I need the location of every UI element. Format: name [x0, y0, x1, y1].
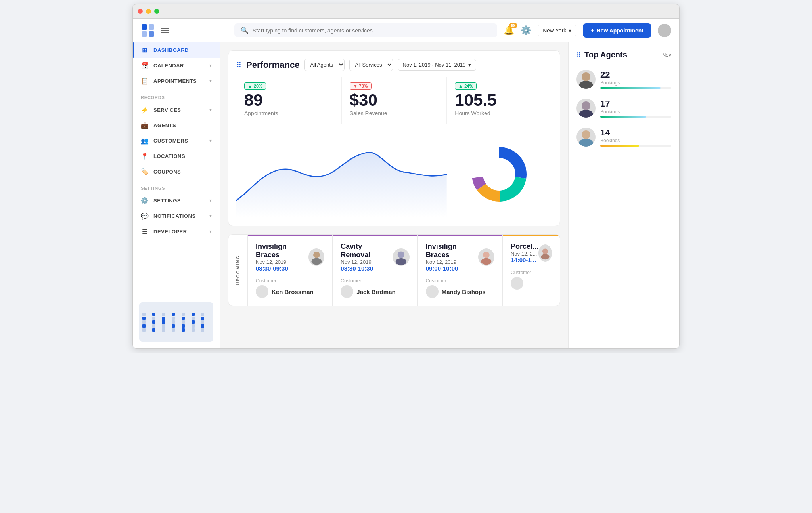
search-icon: 🔍: [241, 27, 249, 34]
agent-bar-container-1: [600, 87, 671, 89]
appt-border-3: [418, 235, 502, 236]
settings-icon: ⚙️: [141, 197, 149, 204]
svg-point-11: [397, 251, 404, 258]
chevron-down-icon: ▾: [209, 229, 212, 234]
notification-button[interactable]: 🔔 99: [504, 25, 514, 36]
svg-point-18: [579, 81, 593, 89]
revenue-badge-value: 78%: [359, 84, 368, 88]
agent-info-2: 17 Bookings: [600, 99, 671, 118]
svg-rect-1: [149, 24, 154, 30]
appointments-value: 89: [244, 92, 333, 109]
minimize-button[interactable]: [146, 9, 151, 14]
agent-avatar-1: [576, 70, 596, 89]
sidebar-item-calendar[interactable]: 📅 Calendar ▾: [133, 58, 220, 73]
revenue-badge: ▼ 78%: [350, 82, 372, 90]
location-selector[interactable]: New York ▾: [538, 25, 576, 36]
main-content: ⊞ Dashboard 📅 Calendar ▾ 📋 Appointments …: [133, 42, 679, 348]
svg-point-15: [542, 248, 548, 254]
top-agents-panel: ⠿ Top Agents Nov 22 Bookings: [568, 42, 679, 348]
chevron-down-icon: ▾: [209, 107, 212, 113]
maximize-button[interactable]: [154, 9, 159, 14]
appt-date-3: Nov 12, 2019: [426, 259, 479, 265]
appt-service-2: Cavity Removal: [341, 242, 393, 259]
revenue-label: Sales Revenue: [350, 110, 439, 116]
sidebar-item-label-locations: Locations: [153, 153, 185, 159]
svg-point-22: [579, 139, 593, 147]
appt-time-3: 09:00-10:00: [426, 265, 479, 272]
sidebar-item-notifications[interactable]: 💬 Notifications ▾: [133, 208, 220, 224]
locations-icon: 📍: [141, 153, 149, 160]
chevron-down-icon: ▾: [209, 214, 212, 219]
sidebar-item-settings[interactable]: ⚙️ Settings ▾: [133, 193, 220, 208]
close-button[interactable]: [138, 9, 143, 14]
date-range-button[interactable]: Nov 1, 2019 - Nov 11, 2019 ▾: [398, 59, 476, 71]
appt-agent-row-4: Porcel... Nov 12, 2... 14:00-1...: [511, 242, 552, 263]
header-right: 🔔 99 ⚙️ New York ▾ + New Appointment: [504, 23, 671, 38]
agent-bookings-label-3: Bookings: [600, 138, 671, 143]
appt-customer-name-2: Jack Birdman: [356, 288, 395, 295]
appointment-card-4: Porcel... Nov 12, 2... 14:00-1... Custom…: [503, 234, 560, 306]
agent-bar-3: [600, 145, 639, 147]
sidebar-item-agents[interactable]: 💼 Agents: [133, 118, 220, 133]
sidebar-item-label-customers: Customers: [153, 138, 188, 144]
chevron-down-icon: ▾: [468, 62, 471, 68]
appointments-icon: 📋: [141, 77, 149, 85]
agents-filter-select[interactable]: All Agents: [304, 59, 345, 71]
services-filter-select[interactable]: All Services: [349, 59, 393, 71]
appt-customer-name-3: Mandy Bishops: [442, 288, 486, 295]
notification-badge: 99: [509, 23, 517, 28]
hours-badge-value: 24%: [464, 84, 473, 88]
svg-rect-2: [142, 31, 147, 37]
sidebar-item-appointments[interactable]: 📋 Appointments ▾: [133, 73, 220, 89]
svg-point-8: [484, 159, 514, 189]
location-label: New York: [543, 27, 566, 34]
stats-row: ▲ 20% 89 Appointments ▼ 78%: [236, 77, 552, 124]
agent-row-2: 17 Bookings: [576, 95, 671, 122]
settings-gear-icon[interactable]: ⚙️: [521, 25, 531, 36]
performance-card-header: ⠿ Performance All Agents All Services No…: [236, 59, 552, 71]
svg-point-20: [579, 110, 593, 118]
sidebar-item-customers[interactable]: 👥 Customers ▾: [133, 133, 220, 149]
svg-point-9: [313, 252, 320, 258]
donut-chart: [447, 131, 552, 218]
top-agents-filter[interactable]: Nov: [662, 52, 671, 58]
chevron-down-icon: ▾: [209, 138, 212, 143]
chevron-down-icon: ▾: [569, 27, 571, 34]
chart-row: [236, 131, 552, 218]
agents-icon: 💼: [141, 122, 149, 129]
coupons-icon: 🏷️: [141, 168, 149, 175]
sidebar-item-label-notifications: Notifications: [153, 213, 196, 219]
appointments-label: Appointments: [244, 110, 333, 116]
performance-card: ⠿ Performance All Agents All Services No…: [228, 50, 560, 226]
performance-title: Performance: [246, 60, 300, 70]
appt-agent-row-3: Invisilign Braces Nov 12, 2019 09:00-10:…: [426, 242, 494, 272]
svg-point-17: [582, 72, 590, 81]
hamburger-button[interactable]: [160, 26, 170, 35]
sidebar-item-services[interactable]: ⚡ Services ▾: [133, 102, 220, 118]
appt-border-2: [333, 235, 417, 236]
search-input[interactable]: [253, 27, 491, 34]
sidebar-item-label-developer: Developer: [153, 229, 187, 235]
appointments-stat: ▲ 20% 89 Appointments: [236, 77, 342, 124]
sidebar-item-coupons[interactable]: 🏷️ Coupons: [133, 164, 220, 179]
sidebar-item-dashboard[interactable]: ⊞ Dashboard: [133, 42, 220, 58]
app-container: 🔍 🔔 99 ⚙️ New York ▾ + New Appointment: [133, 19, 679, 348]
agent-avatar-2: [576, 99, 596, 118]
appt-customer-row-3: Mandy Bishops: [426, 285, 494, 298]
calendar-icon: 📅: [141, 62, 149, 69]
svg-rect-0: [142, 24, 147, 30]
svg-point-13: [483, 252, 490, 258]
user-avatar[interactable]: [658, 24, 671, 37]
agent-bookings-count-1: 22: [600, 70, 671, 80]
appointment-card-3: Invisilign Braces Nov 12, 2019 09:00-10:…: [418, 234, 503, 306]
new-appointment-button[interactable]: + New Appointment: [583, 23, 651, 38]
agent-bar-container-2: [600, 116, 671, 118]
up-arrow-icon: ▲: [248, 84, 252, 88]
sidebar-item-label-agents: Agents: [153, 122, 176, 128]
sidebar-item-developer[interactable]: ☰ Developer ▾: [133, 224, 220, 239]
upcoming-label-strip: Upcoming: [228, 234, 248, 306]
appt-agent-row-2: Cavity Removal Nov 12, 2019 08:30-10:30: [341, 242, 409, 272]
sidebar: ⊞ Dashboard 📅 Calendar ▾ 📋 Appointments …: [133, 42, 220, 348]
mini-calendar: [139, 302, 213, 342]
sidebar-item-locations[interactable]: 📍 Locations: [133, 149, 220, 164]
